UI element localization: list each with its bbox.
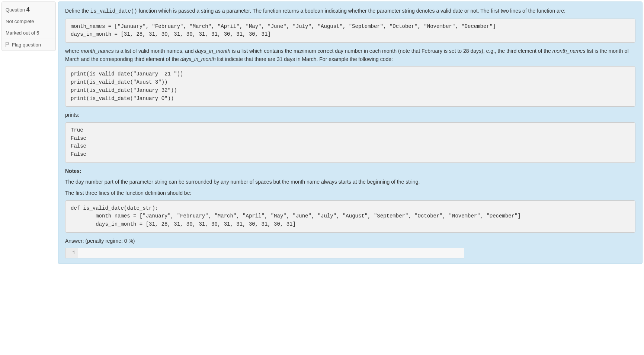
var-days-in-month: days_in_month xyxy=(180,56,216,62)
editor-gutter: 1 xyxy=(65,248,78,258)
code-block-example-calls: print(is_valid_date("January 21 ")) prin… xyxy=(65,66,635,107)
question-label: Question xyxy=(6,7,25,13)
prints-label: prints: xyxy=(65,111,635,119)
answer-label: Answer: (penalty regime: 0 %) xyxy=(65,237,635,245)
line-number: 1 xyxy=(73,250,76,256)
flag-icon xyxy=(6,42,10,47)
question-number-line: Question 4 xyxy=(2,2,55,16)
flag-question-link[interactable]: Flag question xyxy=(2,39,55,51)
question-number: 4 xyxy=(26,6,30,13)
question-status: Not complete xyxy=(2,16,55,27)
note-line-1: The day number part of the parameter str… xyxy=(65,178,635,186)
notes-heading: Notes: xyxy=(65,167,635,175)
text-cursor xyxy=(81,250,81,256)
text-fragment: is a list of valid month names, and xyxy=(114,48,195,54)
inline-code-function-name: is_valid_date() xyxy=(90,8,137,14)
text-fragment: is a list which contains the maximum cor… xyxy=(230,48,552,54)
text-fragment: Define the xyxy=(65,8,90,14)
question-info-sidebar: Question 4 Not complete Marked out of 5 … xyxy=(1,1,56,51)
page-container: Question 4 Not complete Marked out of 5 … xyxy=(0,0,644,265)
editor-content-area[interactable] xyxy=(78,248,464,258)
explanation-paragraph: where month_names is a list of valid mon… xyxy=(65,47,635,63)
text-fragment: function which is passed a string as a p… xyxy=(137,8,565,14)
question-content: Define the is_valid_date() function whic… xyxy=(58,1,643,264)
code-block-output: True False False False xyxy=(65,122,635,163)
question-marks: Marked out of 5 xyxy=(2,28,55,39)
var-month-names: month_names xyxy=(81,48,114,54)
code-editor[interactable]: 1 xyxy=(65,248,464,258)
var-month-names: month_names xyxy=(552,48,586,54)
code-block-definitions: month_names = ["January", "February", "M… xyxy=(65,19,635,43)
flag-question-label: Flag question xyxy=(12,42,41,48)
code-block-function-stub: def is_valid_date(date_str): month_names… xyxy=(65,200,635,233)
intro-paragraph: Define the is_valid_date() function whic… xyxy=(65,7,635,16)
text-fragment: list indicate that there are 31 days in … xyxy=(216,56,393,62)
text-fragment: where xyxy=(65,48,81,54)
note-line-2: The first three lines of the function de… xyxy=(65,189,635,197)
var-days-in-month: days_in_month xyxy=(195,48,230,54)
